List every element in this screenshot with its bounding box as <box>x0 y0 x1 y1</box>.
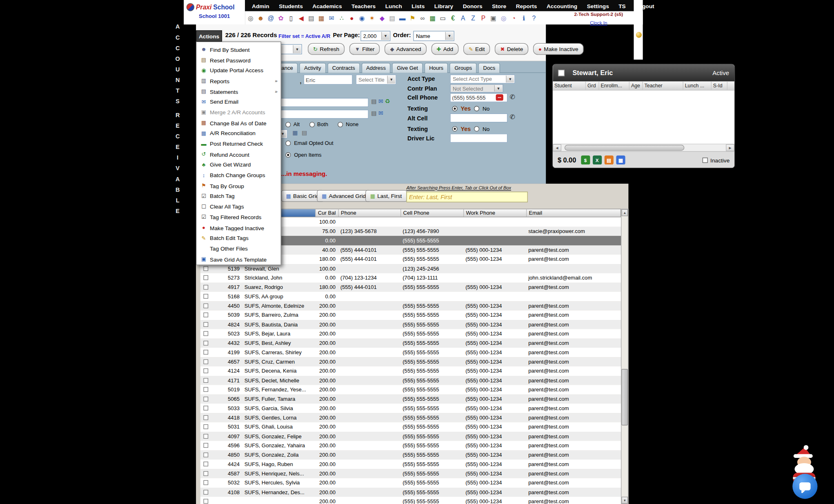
menu-item-batch-tag[interactable]: ☑Batch Tag <box>196 191 280 202</box>
nav-item-donors[interactable]: Donors <box>458 2 487 9</box>
texting-yes-radio[interactable] <box>452 106 458 111</box>
panel-col-teacher[interactable]: Teacher <box>643 82 683 90</box>
cd-icon[interactable]: ◎ <box>500 13 508 22</box>
tab-address[interactable]: Address <box>361 63 390 73</box>
nav-item-settings[interactable]: Settings <box>582 2 614 9</box>
sort-za-icon[interactable]: Z <box>469 13 477 22</box>
menu-item-find-by-student[interactable]: ☻Find By Student <box>196 44 280 55</box>
row-checkbox[interactable] <box>203 322 208 327</box>
scrollbar-thumb[interactable] <box>621 369 628 425</box>
keyboard-icon[interactable]: ▭ <box>439 13 447 22</box>
menu-item-clear-all-tags[interactable]: ☐Clear All Tags <box>196 202 280 212</box>
cash-icon[interactable]: $ <box>581 155 590 164</box>
alt-cell-input[interactable] <box>450 113 507 122</box>
row-checkbox[interactable] <box>203 499 208 504</box>
row-checkbox[interactable] <box>203 378 208 383</box>
scroll-right-arrow-icon[interactable]: ▶ <box>726 144 734 151</box>
mail-icon[interactable]: ✉ <box>327 13 336 22</box>
table-row[interactable]: 4199SUFS, Carreras, Shirley200.00(555) 5… <box>200 348 621 357</box>
table-vertical-scrollbar[interactable]: ▲ ▼ <box>621 209 628 504</box>
send-mail-icon[interactable]: ✉ <box>378 110 383 117</box>
at-email-icon[interactable]: @ <box>267 13 275 22</box>
receipt-icon[interactable]: ▤ <box>604 155 613 164</box>
col-header-email[interactable]: Email <box>527 209 621 217</box>
row-checkbox[interactable] <box>203 331 208 336</box>
menu-item-reset-password[interactable]: ▤Reset Password <box>196 55 280 65</box>
row-checkbox[interactable] <box>203 369 208 373</box>
row-checkbox[interactable] <box>203 462 208 466</box>
do-not-call-icon[interactable]: ••• <box>496 94 503 101</box>
table-row[interactable]: 5031SUFS, Ghali, Louisa200.00(555) 555-5… <box>200 422 621 432</box>
scroll-up-arrow-icon[interactable]: ▲ <box>621 209 628 216</box>
none-radio[interactable] <box>338 122 343 127</box>
nav-item-academics[interactable]: Academics <box>308 2 347 9</box>
menu-item-reports[interactable]: ▥Reports» <box>196 75 280 86</box>
row-checkbox[interactable] <box>203 406 208 411</box>
scrollbar-track[interactable] <box>561 144 726 151</box>
link-icon[interactable]: ∞ <box>418 13 427 22</box>
driver-lic-input[interactable] <box>450 133 507 142</box>
row-checkbox[interactable] <box>203 415 208 420</box>
nav-item-teachers[interactable]: Teachers <box>347 2 380 9</box>
menu-item-refund-account[interactable]: ↺Refund Account <box>196 149 280 160</box>
nav-item-admin[interactable]: Admin <box>247 2 274 9</box>
pdf-icon[interactable]: P <box>479 13 487 22</box>
nav-item-ts[interactable]: TS <box>614 2 631 9</box>
filter-button[interactable]: ▼Filter <box>349 43 380 55</box>
table-row[interactable]: 5032SUFS, Hercules, Sylvia200.00(555) 55… <box>200 478 621 488</box>
panel-select-checkbox[interactable] <box>558 70 565 76</box>
table-row[interactable]: 4850SUFS, Gonzalez, Zoila200.00(555) 555… <box>200 450 621 460</box>
table-row[interactable]: 4432SUFS, Best, Ashley200.00(555) 555-55… <box>200 338 621 348</box>
butterfly-icon[interactable]: ✿ <box>277 13 285 22</box>
menu-item-tag-filtered-records[interactable]: ☑Tag Filtered Records <box>196 212 280 222</box>
table-row[interactable]: 5168SUFS, AA group0.00 <box>200 292 621 301</box>
row-checkbox[interactable] <box>203 266 208 271</box>
actions-menu-button[interactable]: Actions <box>196 30 222 41</box>
table-row[interactable]: 5019SUFS, Fernandez, Yese...200.00(555) … <box>200 385 621 394</box>
texting2-yes-radio[interactable] <box>452 126 458 131</box>
apple-icon[interactable]: ● <box>348 13 356 22</box>
table-row[interactable]: 5273Strickland, John0.00(704) 123-1234(7… <box>200 273 621 282</box>
row-checkbox[interactable] <box>203 359 208 364</box>
mobile-phone-icon[interactable]: ✆ <box>510 93 515 100</box>
menu-item-make-tagged-inactive[interactable]: ●Make Tagged Inactive <box>196 222 280 233</box>
calculator-icon[interactable]: ▦ <box>616 155 625 164</box>
first-name-input[interactable] <box>304 75 353 85</box>
bug-icon[interactable]: ✶ <box>368 13 376 22</box>
table-row[interactable]: 4596SUFS, Gonzalez, Yahaira200.00(555) 5… <box>200 441 621 450</box>
last-first-button[interactable]: ▦ Last, First <box>365 190 407 202</box>
excel-export-icon[interactable]: X <box>593 155 602 164</box>
grid-icon[interactable]: ▦ <box>429 13 437 22</box>
tracks-icon[interactable]: ∴ <box>338 13 346 22</box>
mobile-icon[interactable]: ▯ <box>287 13 295 22</box>
tab-groups[interactable]: Groups <box>450 63 477 73</box>
name-search-input[interactable] <box>406 192 527 202</box>
table-row[interactable]: 4587SUFS, Henriquez, Nels...200.00(555) … <box>200 469 621 478</box>
alt-radio[interactable] <box>285 122 291 127</box>
scrollbar-thumb[interactable] <box>565 145 685 151</box>
nav-item-accounting[interactable]: Accounting <box>542 2 582 9</box>
print-icon[interactable]: ▣ <box>489 13 498 22</box>
nav-item-library[interactable]: Library <box>429 2 458 9</box>
help-icon[interactable]: ? <box>530 13 538 22</box>
table-row[interactable]: 4171SUFS, Declet, Michelle200.00(555) 55… <box>200 375 621 385</box>
compass-icon[interactable]: ◉ <box>358 13 366 22</box>
menu-item-send-email[interactable]: ✉Send Email <box>196 97 280 107</box>
sort-az-icon[interactable]: A <box>459 13 467 22</box>
add-button[interactable]: ✚Add <box>431 43 458 55</box>
nav-item-reports[interactable]: Reports <box>511 2 542 9</box>
panel-horizontal-scrollbar[interactable]: ◀ ▶ <box>553 144 734 151</box>
tab-activity[interactable]: Activity <box>299 63 326 73</box>
clock-icon[interactable]: ◔ <box>510 13 518 22</box>
menu-item-batch-change-groups[interactable]: ↕Batch Change Groups <box>196 170 280 180</box>
table-row[interactable]: 4124SUFS, Decena, Kenia200.00(555) 555-5… <box>200 366 621 376</box>
tab-contracts[interactable]: Contracts <box>327 63 360 73</box>
nav-item-lunch[interactable]: Lunch <box>380 2 407 9</box>
table-row[interactable]: 5033SUFS, Garcia, Silvia200.00(555) 555-… <box>200 404 621 413</box>
col-header-work-phone[interactable]: Work Phone <box>464 209 527 217</box>
menu-item-a-r-reconciliation[interactable]: ▦A/R Reconciliation <box>196 128 280 139</box>
menu-item-update-portal-access[interactable]: ◉Update Portal Access <box>196 65 280 76</box>
table-row[interactable]: 4917Suarez, Rodrigo180.00(555) 444-0101(… <box>200 282 621 292</box>
row-checkbox[interactable] <box>203 453 208 457</box>
row-checkbox[interactable] <box>203 303 208 308</box>
